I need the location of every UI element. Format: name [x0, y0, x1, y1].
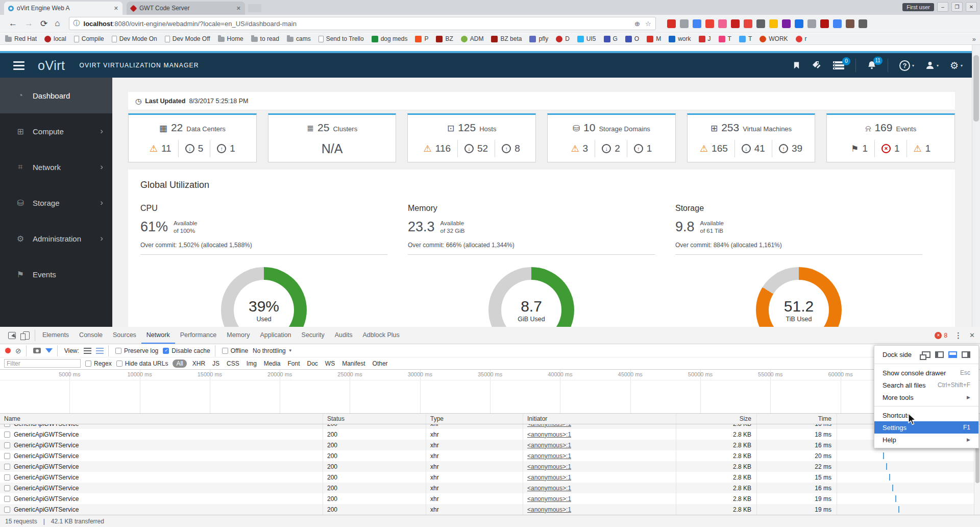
sidebar-item[interactable]: ⌗ Network ›: [0, 149, 112, 185]
hide-data-urls-checkbox[interactable]: Hide data URLs: [116, 360, 168, 367]
bookmark-item[interactable]: J: [699, 35, 711, 42]
initiator-link[interactable]: <anonymous>:1: [527, 424, 571, 427]
screenshot-capture-icon[interactable]: [33, 348, 41, 353]
network-request-row[interactable]: GenericApiGWTService 200 xhr <anonymous>…: [0, 429, 980, 440]
inventory-card[interactable]: ⍾ 169 Events 1 1 1: [826, 113, 955, 162]
filter-funnel-icon[interactable]: [45, 348, 53, 353]
column-header-time[interactable]: Time: [757, 414, 837, 424]
scrollbar-thumb[interactable]: [975, 447, 979, 483]
bookmark-item[interactable]: BZ: [436, 35, 453, 42]
checkbox-checked-icon[interactable]: [163, 348, 169, 354]
request-type-filter[interactable]: CSS: [227, 360, 239, 367]
hamburger-menu-icon[interactable]: [13, 61, 24, 70]
page-info-icon[interactable]: ⓘ: [74, 19, 80, 28]
row-checkbox[interactable]: [4, 496, 10, 502]
menu-item-more-tools[interactable]: More tools ▶: [874, 391, 978, 403]
extension-icon[interactable]: [731, 19, 740, 28]
initiator-link[interactable]: <anonymous>:1: [527, 485, 571, 492]
menu-item-shortcuts[interactable]: Shortcuts: [874, 409, 978, 421]
request-type-filter[interactable]: WS: [325, 360, 335, 367]
network-request-row[interactable]: GenericApiGWTService 200 xhr <anonymous>…: [0, 450, 980, 461]
throttling-dropdown[interactable]: No throttling ▼: [253, 347, 292, 354]
regex-checkbox[interactable]: Regex: [85, 360, 112, 367]
devtools-tab[interactable]: Console: [74, 327, 108, 344]
new-tab-button[interactable]: [248, 4, 261, 12]
address-bar[interactable]: ⓘ localhost :8080/ovirt-engine/webadmin/…: [69, 17, 656, 30]
extension-icon[interactable]: [859, 19, 867, 28]
inventory-card[interactable]: ⛁ 10 Storage Domains 3 2 1: [547, 113, 676, 162]
request-type-filter[interactable]: Img: [247, 360, 257, 367]
devtools-close-icon[interactable]: ✕: [969, 331, 975, 339]
devtools-tab[interactable]: Security: [297, 327, 330, 344]
disable-cache-checkbox[interactable]: Disable cache: [163, 347, 210, 354]
bookmark-item[interactable]: work: [669, 35, 691, 42]
menu-item-show-console-drawer[interactable]: Show console drawer Esc: [874, 367, 978, 379]
bookmark-item[interactable]: Red Hat: [5, 35, 37, 42]
browser-tab-gwt[interactable]: GWT Code Server ✕: [127, 2, 245, 15]
preserve-log-checkbox[interactable]: Preserve log: [115, 347, 158, 354]
menu-item-help[interactable]: Help ▶: [874, 434, 978, 446]
inventory-card[interactable]: ⊞ 253 Virtual Machines 165 41 39: [687, 113, 816, 162]
dock-right-icon[interactable]: [962, 351, 970, 358]
network-overview-timeline[interactable]: 5000 ms 10000 ms 15000 ms 20000 ms 25000…: [0, 370, 980, 414]
extension-icon[interactable]: [769, 19, 778, 28]
extension-icon[interactable]: [846, 19, 854, 28]
bookmark-icon[interactable]: [793, 61, 800, 69]
row-checkbox[interactable]: [4, 432, 10, 438]
bookmark-item[interactable]: M: [647, 35, 661, 42]
sidebar-item[interactable]: ⊞ Compute ›: [0, 113, 112, 149]
zoom-icon[interactable]: ⊕: [634, 20, 640, 28]
request-type-filter[interactable]: Media: [264, 360, 281, 367]
request-type-filter[interactable]: Doc: [307, 360, 318, 367]
home-icon[interactable]: ⌂: [55, 18, 60, 29]
user-icon[interactable]: ▾: [925, 61, 939, 70]
extension-icon[interactable]: [680, 19, 689, 28]
bookmark-item[interactable]: Send to Trello: [318, 35, 364, 42]
profile-chip[interactable]: First user: [902, 3, 934, 11]
request-type-filter[interactable]: Manifest: [342, 360, 365, 367]
network-request-row[interactable]: GenericApiGWTService 200 xhr <anonymous>…: [0, 461, 980, 472]
devtools-tab[interactable]: Memory: [222, 327, 255, 344]
utilization-donut-chart[interactable]: 39% Used: [221, 267, 307, 327]
row-checkbox[interactable]: [4, 474, 10, 481]
bookmark-item[interactable]: BZ beta: [491, 35, 522, 42]
bookmark-item[interactable]: Home: [218, 35, 243, 42]
devtools-tab[interactable]: Elements: [37, 327, 74, 344]
inventory-card[interactable]: ⊡ 125 Hosts 116 52 8: [407, 113, 536, 162]
bookmark-item[interactable]: ADM: [461, 35, 484, 42]
record-icon[interactable]: [5, 348, 11, 353]
extension-icon[interactable]: [667, 19, 676, 28]
bookmark-item[interactable]: T: [719, 35, 731, 42]
bookmark-item[interactable]: pfly: [529, 35, 548, 42]
column-header-type[interactable]: Type: [426, 414, 523, 424]
extension-icon[interactable]: [833, 19, 842, 28]
row-checkbox[interactable]: [4, 453, 10, 459]
reload-icon[interactable]: ⟳: [40, 18, 47, 29]
initiator-link[interactable]: <anonymous>:1: [527, 463, 571, 470]
network-request-row[interactable]: GenericApiGWTService 200 xhr <anonymous>…: [0, 504, 980, 515]
bookmark-item[interactable]: Dev Mode On: [112, 35, 157, 42]
request-type-filter[interactable]: JS: [212, 360, 219, 367]
extension-icon[interactable]: [705, 19, 714, 28]
inventory-card[interactable]: ≣ 25 Clusters N/A: [268, 113, 397, 162]
menu-item-search-all-files[interactable]: Search all files Ctrl+Shift+F: [874, 379, 978, 391]
checkbox-icon[interactable]: [115, 348, 121, 354]
request-type-filter[interactable]: Other: [373, 360, 388, 367]
row-checkbox[interactable]: [4, 424, 10, 427]
devtools-tab[interactable]: Audits: [330, 327, 358, 344]
sidebar-item[interactable]: ⚑ Events: [0, 256, 112, 292]
initiator-link[interactable]: <anonymous>:1: [527, 474, 571, 481]
bookmark-item[interactable]: r: [796, 35, 807, 42]
network-request-row[interactable]: GenericApiGWTService 200 xhr <anonymous>…: [0, 440, 980, 450]
request-type-filter[interactable]: All: [173, 360, 186, 368]
bookmark-item[interactable]: D: [556, 35, 570, 42]
column-header-initiator[interactable]: Initiator: [523, 414, 676, 424]
bookmark-item[interactable]: Compile: [74, 35, 104, 42]
bookmark-item[interactable]: UI5: [577, 35, 596, 42]
bookmark-item[interactable]: P: [415, 35, 428, 42]
tab-close-icon[interactable]: ✕: [114, 5, 118, 12]
bookmark-item[interactable]: O: [625, 35, 639, 42]
extension-icon[interactable]: [718, 19, 727, 28]
bookmark-item[interactable]: dog meds: [372, 35, 408, 42]
tab-close-icon[interactable]: ✕: [236, 5, 241, 12]
